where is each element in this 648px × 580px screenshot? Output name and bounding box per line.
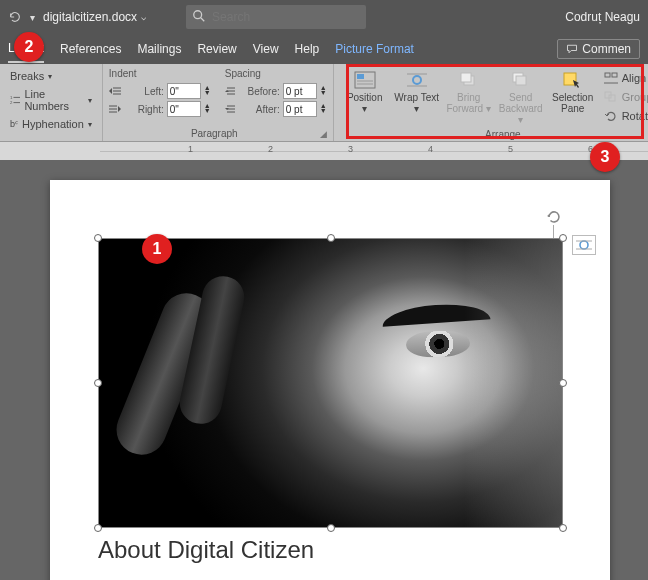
title-bar: ▾ digitalcitizen.docx ⌵ Codruț Neagu — [0, 0, 648, 34]
arrange-group-label: Arrange — [340, 127, 648, 140]
indent-header: Indent — [109, 68, 211, 79]
tab-picture-format[interactable]: Picture Format — [335, 36, 414, 62]
resize-handle[interactable] — [559, 524, 567, 532]
svg-text:2: 2 — [10, 100, 13, 105]
picture-content — [99, 239, 562, 527]
spinner-icon[interactable]: ▲▼ — [320, 86, 327, 96]
group-icon — [604, 91, 618, 103]
svg-point-0 — [194, 11, 202, 19]
breaks-button[interactable]: Breaks▾ — [6, 68, 96, 84]
layout-options-icon — [576, 239, 592, 251]
indent-left-icon — [109, 86, 121, 96]
comments-button[interactable]: Commen — [557, 39, 640, 59]
callout-1: 1 — [142, 234, 172, 264]
callout-3: 3 — [590, 142, 620, 172]
rotate-button[interactable]: Rotate▾ — [600, 108, 648, 124]
layout-options-button[interactable] — [572, 235, 596, 255]
spacing-after-input[interactable]: 0 pt — [283, 101, 317, 117]
tab-view[interactable]: View — [253, 36, 279, 62]
send-backward-icon — [509, 70, 533, 90]
svg-text:1: 1 — [10, 95, 13, 100]
spinner-icon[interactable]: ▲▼ — [204, 86, 211, 96]
tab-review[interactable]: Review — [197, 36, 236, 62]
spacing-before-icon — [225, 86, 237, 96]
wrap-text-icon — [405, 70, 429, 90]
autosave-icon[interactable] — [8, 10, 22, 24]
spacing-before-input[interactable]: 0 pt — [283, 83, 317, 99]
position-button[interactable]: Position▾ — [340, 68, 390, 127]
spinner-icon[interactable]: ▲▼ — [204, 104, 211, 114]
user-name[interactable]: Codruț Neagu — [565, 10, 640, 24]
svg-rect-13 — [357, 74, 364, 79]
resize-handle[interactable] — [327, 524, 335, 532]
line-numbers-icon: 12 — [10, 94, 20, 106]
resize-handle[interactable] — [94, 379, 102, 387]
editor-area: About Digital Citizen — [0, 160, 648, 580]
selection-pane-button[interactable]: Selection Pane — [548, 68, 598, 127]
resize-handle[interactable] — [559, 234, 567, 242]
group-button[interactable]: Group▾ — [600, 89, 648, 105]
tab-references[interactable]: References — [60, 36, 121, 62]
comment-icon — [566, 43, 578, 55]
document-page[interactable]: About Digital Citizen — [50, 180, 610, 580]
document-filename[interactable]: digitalcitizen.docx ⌵ — [43, 10, 146, 24]
inserted-picture[interactable] — [98, 238, 563, 528]
svg-rect-24 — [612, 73, 617, 77]
ribbon-tabs: Layout References Mailings Review View H… — [0, 34, 648, 64]
document-heading[interactable]: About Digital Citizen — [98, 536, 562, 564]
chevron-down-icon: ⌵ — [141, 12, 146, 22]
rotate-icon — [604, 110, 618, 122]
indent-right-input[interactable]: 0" — [167, 101, 201, 117]
search-icon — [192, 9, 206, 23]
paragraph-group-label: Paragraph — [109, 126, 320, 139]
hyphenation-button[interactable]: bᶜ Hyphenation▾ — [6, 116, 96, 132]
selection-pane-icon — [561, 70, 585, 90]
resize-handle[interactable] — [94, 524, 102, 532]
align-button[interactable]: Align▾ — [600, 70, 648, 86]
send-backward-button[interactable]: Send Backward ▾ — [496, 68, 546, 127]
align-icon — [604, 72, 618, 84]
spinner-icon[interactable]: ▲▼ — [320, 104, 327, 114]
resize-handle[interactable] — [94, 234, 102, 242]
indent-right-icon — [109, 104, 121, 114]
wrap-text-button[interactable]: Wrap Text ▾ — [392, 68, 442, 127]
svg-rect-19 — [461, 73, 471, 82]
dropdown-icon[interactable]: ▾ — [30, 12, 35, 23]
search-input[interactable] — [186, 5, 366, 29]
ribbon: Breaks▾ 12 Line Numbers▾ bᶜ Hyphenation▾… — [0, 64, 648, 142]
svg-rect-23 — [605, 73, 610, 77]
dialog-launcher-icon[interactable]: ◢ — [320, 129, 327, 139]
hyphenation-icon: bᶜ — [10, 119, 18, 129]
bring-forward-button[interactable]: Bring Forward ▾ — [444, 68, 494, 127]
resize-handle[interactable] — [327, 234, 335, 242]
horizontal-ruler[interactable]: 1 2 3 4 5 6 — [0, 142, 648, 160]
indent-left-input[interactable]: 0" — [167, 83, 201, 99]
resize-handle[interactable] — [559, 379, 567, 387]
line-numbers-button[interactable]: 12 Line Numbers▾ — [6, 86, 96, 114]
svg-line-1 — [201, 18, 205, 22]
bring-forward-icon — [457, 70, 481, 90]
tab-mailings[interactable]: Mailings — [137, 36, 181, 62]
spacing-header: Spacing — [225, 68, 327, 79]
spacing-after-icon — [225, 104, 237, 114]
svg-rect-21 — [516, 76, 526, 85]
callout-2: 2 — [14, 32, 44, 62]
tab-help[interactable]: Help — [295, 36, 320, 62]
position-icon — [353, 70, 377, 90]
